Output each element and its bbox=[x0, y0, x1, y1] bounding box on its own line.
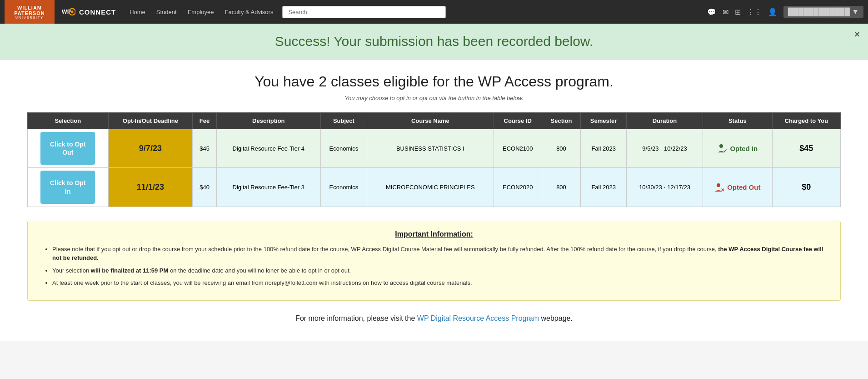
status-opted-in-badge: ✓ Opted In bbox=[706, 143, 769, 153]
logo-line2: PATERSON bbox=[14, 10, 45, 16]
course-name-cell-1: BUSINESS STATISTICS I bbox=[367, 129, 494, 168]
deadline-cell-2: 11/1/23 bbox=[108, 168, 193, 207]
col-semester: Semester bbox=[581, 113, 627, 129]
opt-out-button-1[interactable]: Click to Opt Out bbox=[40, 132, 95, 165]
footer-text: For more information, please visit the W… bbox=[27, 314, 841, 323]
table-body: Click to Opt Out 9/7/23 $45 Digital Reso… bbox=[28, 129, 841, 207]
description-cell-2: Digital Resource Fee-Tier 3 bbox=[216, 168, 320, 207]
selection-cell-1: Click to Opt Out bbox=[28, 129, 109, 168]
col-duration: Duration bbox=[627, 113, 703, 129]
logo-line3: UNIVERSITY bbox=[15, 16, 44, 19]
close-banner-button[interactable]: × bbox=[854, 29, 860, 40]
charged-cell-2: $0 bbox=[772, 168, 840, 207]
person-check-icon: ✓ bbox=[717, 143, 727, 153]
opt-in-button-2[interactable]: Click to Opt In bbox=[40, 171, 95, 203]
search-input[interactable] bbox=[282, 6, 446, 18]
nav-home[interactable]: Home bbox=[125, 7, 150, 17]
col-subject: Subject bbox=[320, 113, 367, 129]
svg-text:✓: ✓ bbox=[723, 148, 727, 153]
svg-text:✕: ✕ bbox=[721, 187, 724, 192]
status-cell-1: ✓ Opted In bbox=[703, 129, 772, 168]
col-status: Status bbox=[703, 113, 772, 129]
fee-cell-2: $40 bbox=[193, 168, 217, 207]
wp-access-link[interactable]: WP Digital Resource Access Program bbox=[417, 314, 539, 322]
apps-icon[interactable]: ⋮⋮ bbox=[747, 8, 762, 16]
success-message: Success! Your submission has been record… bbox=[9, 34, 859, 49]
duration-cell-1: 9/5/23 - 10/22/23 bbox=[627, 129, 703, 168]
nav-faculty-advisors[interactable]: Faculty & Advisors bbox=[220, 7, 278, 17]
user-menu[interactable]: ████████████ ▼ bbox=[783, 6, 863, 18]
navbar: WILLIAM PATERSON UNIVERSITY WP CONNECT H… bbox=[0, 0, 868, 24]
navbar-brand: WP CONNECT bbox=[55, 7, 123, 16]
section-cell-2: 800 bbox=[542, 168, 580, 207]
section-cell-1: 800 bbox=[542, 129, 580, 168]
opted-out-label: Opted Out bbox=[727, 183, 760, 191]
info-box-title: Important Information: bbox=[41, 230, 827, 238]
mail-icon[interactable]: ✉ bbox=[723, 8, 728, 16]
semester-cell-1: Fall 2023 bbox=[581, 129, 627, 168]
table-row: Click to Opt Out 9/7/23 $45 Digital Reso… bbox=[28, 129, 841, 168]
opted-in-label: Opted In bbox=[730, 145, 758, 152]
duration-cell-2: 10/30/23 - 12/17/23 bbox=[627, 168, 703, 207]
logo-line1: WILLIAM bbox=[17, 5, 42, 10]
deadline-cell-1: 9/7/23 bbox=[108, 129, 193, 168]
info-bullet-2: Your selection will be finalized at 11:5… bbox=[52, 266, 827, 275]
description-cell-1: Digital Resource Fee-Tier 4 bbox=[216, 129, 320, 168]
table-row: Click to Opt In 11/1/23 $40 Digital Reso… bbox=[28, 168, 841, 207]
table-header: Selection Opt-In/Out Deadline Fee Descri… bbox=[28, 113, 841, 129]
col-course-id: Course ID bbox=[494, 113, 542, 129]
col-section: Section bbox=[542, 113, 580, 129]
nav-student[interactable]: Student bbox=[152, 7, 181, 17]
search-container bbox=[282, 6, 446, 18]
info-bullet-1: Please note that if you opt out or drop … bbox=[52, 245, 827, 263]
grid-icon[interactable]: ⊞ bbox=[735, 8, 741, 16]
col-deadline: Opt-In/Out Deadline bbox=[108, 113, 193, 129]
charged-cell-1: $45 bbox=[772, 129, 840, 168]
fee-cell-1: $45 bbox=[193, 129, 217, 168]
footer-text-after: webpage. bbox=[539, 314, 573, 322]
info-box: Important Information: Please note that … bbox=[27, 221, 841, 301]
col-charged: Charged to You bbox=[772, 113, 840, 129]
page-subtitle: You may choose to opt in or opt out via … bbox=[27, 95, 841, 101]
svg-point-5 bbox=[717, 183, 720, 187]
col-fee: Fee bbox=[193, 113, 217, 129]
course-name-cell-2: MICROECONOMIC PRINCIPLES bbox=[367, 168, 494, 207]
brand-name: CONNECT bbox=[79, 8, 116, 16]
navbar-links: Home Student Employee Faculty & Advisors bbox=[125, 7, 278, 17]
person-x-icon: ✕ bbox=[714, 182, 724, 192]
svg-point-3 bbox=[719, 144, 723, 148]
notifications-icon[interactable]: 💬 bbox=[707, 8, 716, 16]
course-id-cell-2: ECON2020 bbox=[494, 168, 542, 207]
status-opted-out-badge: ✕ Opted Out bbox=[706, 182, 769, 192]
university-logo[interactable]: WILLIAM PATERSON UNIVERSITY bbox=[5, 0, 55, 24]
success-banner: Success! Your submission has been record… bbox=[0, 24, 868, 60]
page-title: You have 2 classes eligible for the WP A… bbox=[27, 73, 841, 90]
svg-point-2 bbox=[71, 10, 73, 13]
col-selection: Selection bbox=[28, 113, 109, 129]
subject-cell-2: Economics bbox=[320, 168, 367, 207]
wpconnect-icon: WP bbox=[62, 7, 75, 16]
info-bullet-3: At least one week prior to the start of … bbox=[52, 278, 827, 288]
semester-cell-2: Fall 2023 bbox=[581, 168, 627, 207]
status-cell-2: ✕ Opted Out bbox=[703, 168, 772, 207]
nav-employee[interactable]: Employee bbox=[183, 7, 219, 17]
col-course-name: Course Name bbox=[367, 113, 494, 129]
course-id-cell-1: ECON2100 bbox=[494, 129, 542, 168]
col-description: Description bbox=[216, 113, 320, 129]
user-icon[interactable]: 👤 bbox=[768, 8, 777, 16]
access-table: Selection Opt-In/Out Deadline Fee Descri… bbox=[27, 112, 841, 207]
main-content: You have 2 classes eligible for the WP A… bbox=[0, 60, 868, 341]
selection-cell-2: Click to Opt In bbox=[28, 168, 109, 207]
navbar-icons: 💬 ✉ ⊞ ⋮⋮ 👤 ████████████ ▼ bbox=[707, 6, 863, 18]
info-box-list: Please note that if you opt out or drop … bbox=[41, 245, 827, 288]
subject-cell-1: Economics bbox=[320, 129, 367, 168]
footer-text-before: For more information, please visit the bbox=[295, 314, 417, 322]
